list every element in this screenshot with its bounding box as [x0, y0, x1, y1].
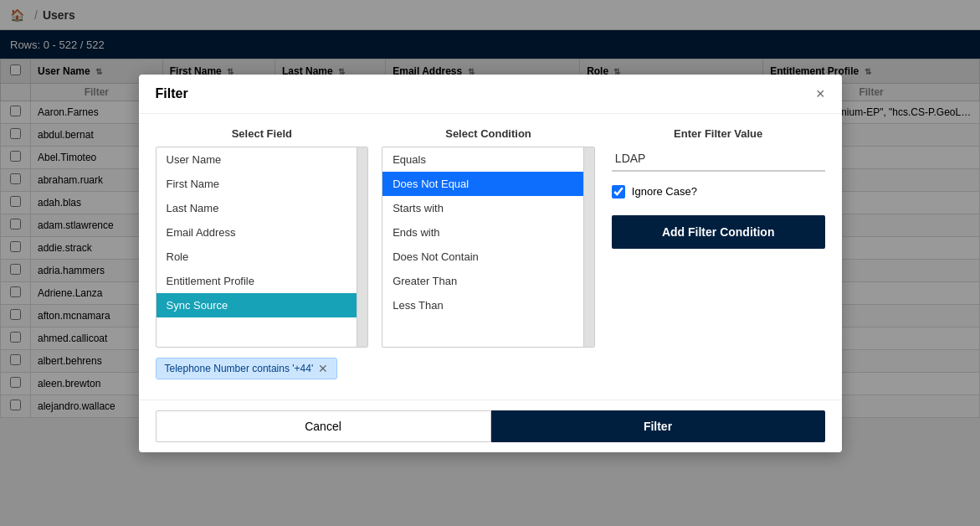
cancel-button[interactable]: Cancel — [156, 410, 491, 442]
field-list-item[interactable]: Email Address — [156, 220, 368, 245]
condition-list-item[interactable]: Greater Than — [382, 269, 594, 293]
modal-close-button[interactable]: × — [816, 86, 825, 101]
filter-columns: Select Field User NameFirst NameLast Nam… — [156, 127, 825, 348]
ignore-case-row: Ignore Case? — [612, 185, 825, 199]
enter-value-header: Enter Filter Value — [612, 127, 825, 140]
filter-modal: Filter × Select Field User NameFirst Nam… — [139, 75, 842, 452]
field-list-item[interactable]: Entitlement Profile — [156, 269, 368, 293]
field-list-item[interactable]: Sync Source — [156, 293, 368, 317]
condition-list-item[interactable]: Does Not Equal — [382, 172, 594, 196]
select-condition-col: Select Condition EqualsDoes Not EqualSta… — [382, 127, 595, 348]
condition-list-item[interactable]: Equals — [382, 147, 594, 172]
filter-tag-close-button[interactable]: ✕ — [318, 362, 328, 375]
ignore-case-checkbox[interactable] — [612, 185, 625, 199]
condition-list-item[interactable]: Ends with — [382, 220, 594, 245]
field-list-item[interactable]: First Name — [156, 172, 368, 196]
select-condition-header: Select Condition — [382, 127, 595, 140]
field-list-item[interactable]: User Name — [156, 147, 368, 172]
field-list-item[interactable]: Role — [156, 245, 368, 269]
select-field-header: Select Field — [156, 127, 369, 140]
add-filter-condition-button[interactable]: Add Filter Condition — [612, 215, 825, 249]
filter-value-col: Enter Filter Value Ignore Case? Add Filt… — [595, 127, 825, 249]
filter-button[interactable]: Filter — [491, 410, 825, 442]
modal-body: Select Field User NameFirst NameLast Nam… — [139, 114, 842, 400]
ignore-case-label: Ignore Case? — [632, 185, 697, 198]
modal-header: Filter × — [139, 75, 842, 114]
active-filter-tag: Telephone Number contains '+44' ✕ — [156, 358, 338, 379]
condition-list-item[interactable]: Does Not Contain — [382, 245, 594, 269]
condition-list-item[interactable]: Less Than — [382, 293, 594, 317]
modal-title: Filter — [156, 86, 188, 101]
field-list-item[interactable]: Last Name — [156, 196, 368, 220]
field-list[interactable]: User NameFirst NameLast NameEmail Addres… — [156, 147, 369, 348]
select-field-col: Select Field User NameFirst NameLast Nam… — [156, 127, 369, 348]
modal-overlay: Filter × Select Field User NameFirst Nam… — [0, 0, 980, 526]
filter-value-input[interactable] — [612, 147, 825, 172]
condition-list-item[interactable]: Starts with — [382, 196, 594, 220]
filter-tag-text: Telephone Number contains '+44' — [165, 363, 314, 374]
modal-footer: Cancel Filter — [139, 400, 842, 452]
condition-list[interactable]: EqualsDoes Not EqualStarts withEnds with… — [382, 147, 595, 348]
